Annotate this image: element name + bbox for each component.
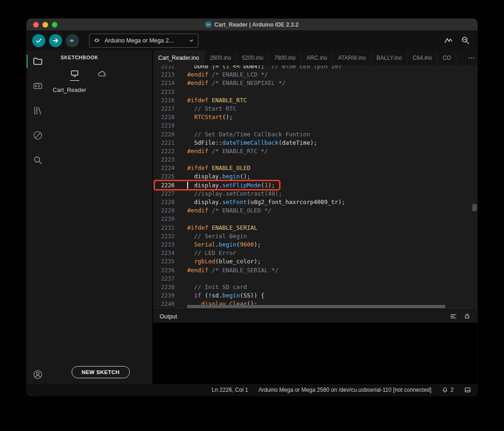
serial-monitor-button[interactable] — [461, 35, 470, 45]
toolbar-right-icons — [444, 35, 470, 46]
line-number: 2228 — [153, 198, 175, 206]
vertical-scrollbar[interactable] — [472, 204, 477, 211]
code-line[interactable]: 2214#endif /* ENABLE_NEOPIXEL */ — [153, 79, 477, 87]
code-text: DDRB |= (1 << DDB4); // Blue LED (pin 10… — [175, 65, 342, 71]
zoom-button[interactable] — [52, 22, 57, 28]
code-line[interactable]: 2215 — [153, 88, 477, 96]
traffic-lights — [33, 19, 57, 30]
code-line[interactable]: 2226 display.setFlipMode(1); — [153, 181, 477, 190]
editor-tab[interactable]: 5200.ino — [237, 50, 269, 65]
sketchbook-view-tabs — [49, 70, 152, 81]
code-line[interactable]: 2218 RTCStart(); — [153, 113, 477, 121]
code-line[interactable]: 2222#endif /* ENABLE_RTC */ — [153, 147, 477, 155]
board-selector-dropdown[interactable]: Arduino Mega or Mega 2... — [89, 34, 198, 48]
code-lines: 2212 DDRB |= (1 << DDB4); // Blue LED (p… — [153, 65, 477, 308]
code-line[interactable]: 2236#endif /* ENABLE_SERIAL */ — [153, 266, 477, 275]
line-number: 2213 — [153, 71, 175, 79]
upload-button[interactable] — [49, 34, 62, 47]
sketchbook-header: SKETCHBOOK — [49, 50, 152, 60]
toggle-output-panel-button[interactable] — [464, 386, 471, 394]
editor-column: Cart_Reader.ino2600.ino5200.ino7800.inoA… — [153, 50, 477, 384]
check-icon — [35, 36, 43, 45]
account-button[interactable] — [32, 369, 43, 380]
code-text: #ifdef ENABLE_RTC — [175, 96, 247, 105]
code-line[interactable]: 2212 DDRB |= (1 << DDB4); // Blue LED (p… — [153, 65, 477, 71]
cloud-sketches-tab[interactable] — [97, 70, 107, 81]
code-line[interactable]: 2228 display.setFont(u8g2_font_haxrcorp4… — [153, 198, 477, 206]
desktop-background: Cart_Reader | Arduino IDE 2.3.2 — [0, 0, 504, 431]
debug-play-icon — [69, 37, 76, 44]
sketchbook-item[interactable]: Cart_Reader — [49, 85, 152, 95]
code-editor[interactable]: 2212 DDRB |= (1 << DDB4); // Blue LED (p… — [153, 65, 477, 310]
code-line[interactable]: 2213#endif /* ENABLE_LCD */ — [153, 71, 477, 79]
editor-tab-bar: Cart_Reader.ino2600.ino5200.ino7800.inoA… — [153, 50, 477, 65]
editor-tab[interactable]: Cart_Reader.ino — [153, 50, 204, 65]
code-line[interactable]: 2217 // Start RTC — [153, 105, 477, 113]
code-line[interactable]: 2221 SdFile::dateTimeCallback(dateTime); — [153, 139, 477, 147]
code-line[interactable]: 2223 — [153, 155, 477, 164]
code-line[interactable]: 2225 display.begin(); — [153, 172, 477, 181]
sidebar-item-library-manager[interactable] — [32, 105, 43, 116]
output-panel-header: Output — [153, 310, 477, 323]
new-sketch-button[interactable]: NEW SKETCH — [71, 366, 130, 378]
editor-tab[interactable]: 2600.ino — [204, 50, 237, 65]
bell-icon — [441, 387, 448, 394]
code-line[interactable]: 2234 // LED Error — [153, 249, 477, 257]
code-line[interactable]: 2235 rgbLed(blue_color); — [153, 257, 477, 266]
editor-tab[interactable]: ARC.ino — [301, 50, 333, 65]
code-text: Serial.begin(9600); — [175, 240, 261, 249]
editor-tab[interactable]: 7800.ino — [269, 50, 301, 65]
code-text: // Serial Begin — [175, 232, 247, 240]
clear-output-icon — [449, 312, 457, 320]
line-number: 2240 — [153, 300, 175, 308]
output-panel-title: Output — [160, 313, 177, 320]
code-text: // Set Date/Time Callback Funtion — [175, 130, 310, 139]
horizontal-scrollbar[interactable] — [187, 305, 445, 308]
scroll-lock-button[interactable] — [463, 312, 471, 320]
code-text: display.begin(); — [175, 172, 250, 181]
sidebar-item-search[interactable] — [32, 155, 43, 166]
clear-output-button[interactable] — [449, 312, 457, 320]
sidebar-item-boards-manager[interactable] — [32, 80, 43, 92]
editor-tab[interactable]: ATARI8.ino — [333, 50, 371, 65]
editor-tab[interactable]: CO — [437, 50, 456, 65]
code-line[interactable]: 2237 — [153, 275, 477, 283]
line-number: 2237 — [153, 275, 175, 283]
board-connection-status[interactable]: Arduino Mega or Mega 2560 on /dev/cu.usb… — [259, 387, 432, 393]
line-number: 2227 — [153, 190, 175, 198]
editor-tab[interactable]: C64.ino — [407, 50, 437, 65]
code-line[interactable]: 2219 — [153, 121, 477, 130]
code-line[interactable]: 2233 Serial.begin(9600); — [153, 240, 477, 249]
code-line[interactable]: 2238 // Init SD card — [153, 283, 477, 291]
board-selector-label: Arduino Mega or Mega 2... — [105, 37, 174, 44]
code-text: // Start RTC — [175, 105, 236, 113]
code-line[interactable]: 2239 if (!sd.begin(SS)) { — [153, 291, 477, 300]
code-line[interactable]: 2229#endif /* ENABLE_OLED */ — [153, 206, 477, 215]
local-sketches-tab[interactable] — [70, 70, 79, 81]
editor-tab[interactable]: BALLY.ino — [371, 50, 407, 65]
sidebar-item-debug[interactable] — [32, 130, 43, 141]
right-arrow-icon — [51, 36, 60, 45]
code-text: #endif /* ENABLE_SERIAL */ — [175, 266, 279, 275]
verify-button[interactable] — [32, 34, 45, 47]
sidebar-item-sketchbook[interactable] — [32, 56, 43, 67]
code-line[interactable]: 2231#ifdef ENABLE_SERIAL — [153, 224, 477, 232]
titlebar[interactable]: Cart_Reader | Arduino IDE 2.3.2 — [27, 19, 477, 30]
debug-button[interactable] — [66, 34, 79, 47]
status-bar: Ln 2226, Col 1 Arduino Mega or Mega 2560… — [27, 384, 477, 396]
code-line[interactable]: 2220 // Set Date/Time Callback Funtion — [153, 130, 477, 139]
output-panel-content[interactable] — [153, 323, 477, 384]
code-line[interactable]: 2224#ifdef ENABLE_OLED — [153, 164, 477, 172]
code-line[interactable]: 2216#ifdef ENABLE_RTC — [153, 96, 477, 105]
line-number: 2234 — [153, 249, 175, 257]
tab-overflow-button[interactable]: ⋯ — [465, 50, 477, 65]
serial-plotter-button[interactable] — [444, 35, 454, 46]
code-line[interactable]: 2232 // Serial Begin — [153, 232, 477, 240]
code-text: //isplay.setContrast(40); — [175, 190, 282, 198]
code-line[interactable]: 2227 //isplay.setContrast(40); — [153, 190, 477, 198]
close-button[interactable] — [33, 22, 39, 28]
minimize-button[interactable] — [42, 22, 48, 28]
notifications-button[interactable]: 2 — [441, 387, 454, 394]
cursor-position-status[interactable]: Ln 2226, Col 1 — [212, 387, 248, 393]
code-line[interactable]: 2230 — [153, 215, 477, 223]
